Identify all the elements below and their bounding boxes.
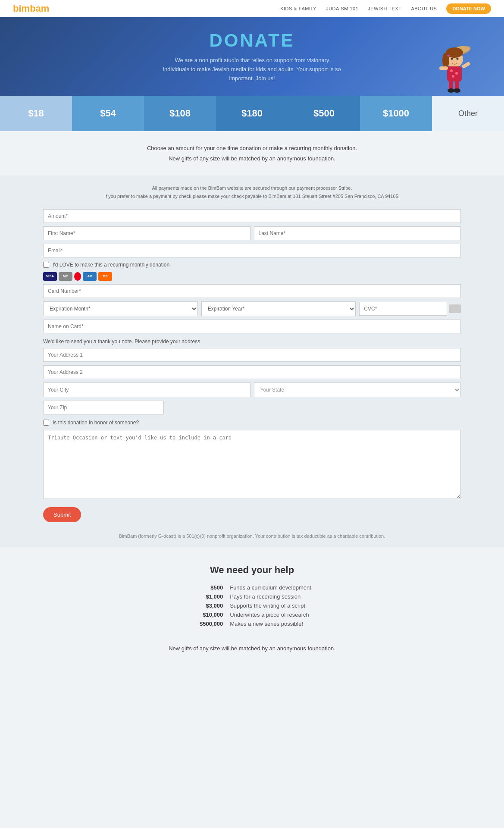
zip-input[interactable] [43,401,164,414]
amount-18[interactable]: $18 [0,96,72,131]
recurring-checkbox-row: I'd LOVE to make this a recurring monthl… [43,262,461,268]
city-input[interactable] [43,383,250,397]
svg-point-11 [448,88,454,93]
svg-rect-5 [447,66,462,82]
email-input[interactable] [43,244,461,257]
hero-content: DONATE We are a non profit studio that r… [162,30,343,83]
mastercard-icon [74,272,81,281]
city-state-row: Your State [43,383,461,397]
address1-input[interactable] [43,348,461,362]
donation-desc-line1: Choose an amount for your one time donat… [12,143,492,153]
state-select[interactable]: Your State [254,383,461,397]
site-logo[interactable]: bimbam [13,3,49,14]
svg-rect-14 [461,62,470,69]
address2-input[interactable] [43,365,461,379]
nav-about-us[interactable]: ABOUT US [411,6,437,11]
help-amount-2: $3,000 [193,602,223,609]
honor-checkbox-row: Is this donation in honor of someone? [43,420,461,426]
nav-kids-family[interactable]: KIDS & FAMILY [280,6,316,11]
expiry-row: Expiration Month* Expiration Year* [43,301,461,316]
amount-108[interactable]: $108 [144,96,216,131]
tribute-textarea[interactable] [43,430,461,499]
donation-amounts: $18 $54 $108 $180 $500 $1000 Other [0,96,504,131]
svg-rect-13 [439,66,448,70]
card-icon-2: MC [59,272,72,281]
honor-label: Is this donation in honor of someone? [53,420,139,426]
expiry-year-select[interactable]: Expiration Year* [201,301,356,316]
amount-54[interactable]: $54 [72,96,144,131]
first-name-input[interactable] [43,226,250,240]
help-amount-3: $10,000 [193,612,223,618]
payment-notice: All payments made on the BimBam website … [43,184,461,200]
help-amount-4: $500,000 [193,621,223,627]
help-items-list: $500 Funds a curriculum development $1,0… [193,584,311,630]
help-amount-0: $500 [193,584,223,591]
svg-point-6 [450,69,453,72]
payment-notice-line2: If you prefer to make a payment by check… [43,192,461,201]
zip-group [43,401,164,414]
help-section: We need your help $500 Funds a curriculu… [0,547,504,669]
amount-1000[interactable]: $1000 [360,96,432,131]
card-number-input[interactable] [43,284,461,298]
svg-point-16 [457,58,459,60]
payment-notice-line1: All payments made on the BimBam website … [43,184,461,192]
card-number-group [43,284,461,298]
visa-icon: VISA [43,272,57,281]
help-item-0: $500 Funds a curriculum development [193,584,311,591]
nav-jewish-text[interactable]: JEWISH TEXT [368,6,401,11]
name-on-card-group [43,320,461,333]
help-item-2: $3,000 Supports the writing of a script [193,602,311,609]
help-desc-4: Makes a new series possible! [230,621,303,627]
expiry-month-select[interactable]: Expiration Month* [43,301,198,316]
help-desc-3: Underwrites a piece of research [230,612,309,618]
donation-description: Choose an amount for your one time donat… [0,131,504,176]
help-desc-2: Supports the writing of a script [230,602,305,609]
cvc-card-icon [449,304,461,313]
help-footer: New gifts of any size will be matched by… [13,645,491,652]
submit-button[interactable]: Submit [43,507,81,522]
hero-title: DONATE [162,30,343,51]
tax-notice: BimBam (formerly G-dcast) is a 501(c)(3)… [43,533,461,539]
svg-point-15 [451,58,453,60]
amount-field-group [43,209,461,223]
amount-180[interactable]: $180 [216,96,288,131]
honor-section: Is this donation in honor of someone? [43,420,461,500]
address1-group [43,348,461,362]
amex-icon: AX [83,272,97,281]
help-item-1: $1,000 Pays for a recording session [193,593,311,600]
help-item-3: $10,000 Underwrites a piece of research [193,612,311,618]
help-desc-1: Pays for a recording session [230,593,301,600]
last-name-input[interactable] [254,226,461,240]
cvc-group [359,302,461,316]
svg-rect-4 [447,55,450,56]
form-section: All payments made on the BimBam website … [0,176,504,547]
hero-character-illustration [431,40,478,96]
help-title: We need your help [13,565,491,576]
nav-links: KIDS & FAMILY JUDAISM 101 JEWISH TEXT AB… [280,3,491,14]
honor-checkbox[interactable] [43,420,49,426]
help-amount-1: $1,000 [193,593,223,600]
amount-500[interactable]: $500 [288,96,360,131]
svg-point-8 [452,75,454,78]
discover-icon: DS [98,272,112,281]
address2-group [43,365,461,379]
card-icons: VISA MC AX DS [43,272,461,281]
address-section-label: We'd like to send you a thank you note. … [43,339,461,345]
navigation: bimbam KIDS & FAMILY JUDAISM 101 JEWISH … [0,0,504,17]
recurring-label: I'd LOVE to make this a recurring monthl… [53,262,171,268]
help-item-4: $500,000 Makes a new series possible! [193,621,311,627]
nav-donate-button[interactable]: DONATE NOW [446,3,491,14]
recurring-checkbox[interactable] [43,262,49,268]
svg-point-12 [454,88,460,93]
cvc-input[interactable] [359,302,447,316]
email-field-group [43,244,461,257]
name-row [43,226,461,240]
svg-point-7 [455,72,458,75]
amount-input[interactable] [43,209,461,223]
name-on-card-input[interactable] [43,320,461,333]
nav-judaism-101[interactable]: JUDAISM 101 [326,6,358,11]
hero-description: We are a non profit studio that relies o… [162,56,343,83]
help-desc-0: Funds a curriculum development [230,584,311,591]
amount-other[interactable]: Other [432,96,504,131]
donation-desc-line2: New gifts of any size will be matched by… [12,154,492,163]
